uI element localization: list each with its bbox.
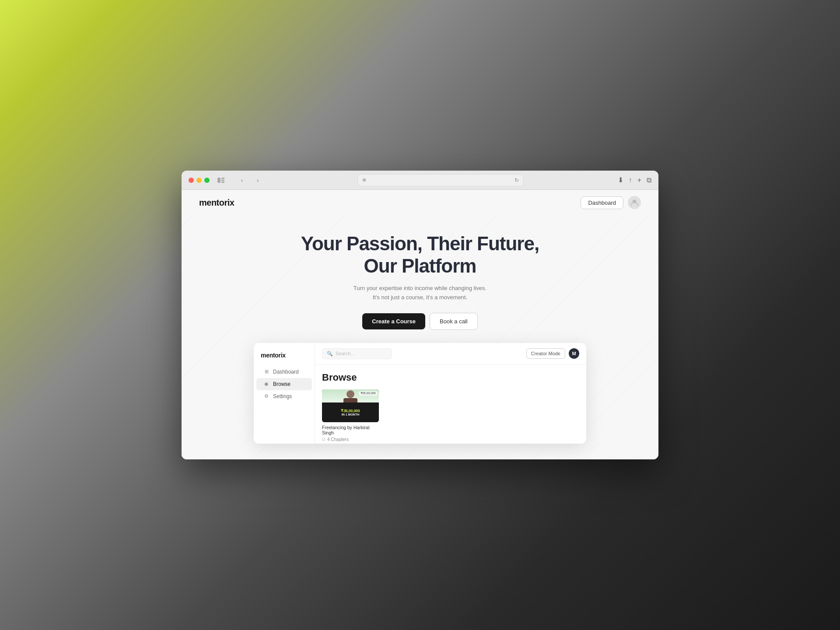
- sidebar-toggle[interactable]: [215, 174, 227, 186]
- avatar[interactable]: [628, 196, 641, 209]
- app-topbar-right: Creator Mode M: [526, 348, 579, 359]
- svg-rect-2: [221, 179, 224, 181]
- search-placeholder: Search...: [336, 351, 355, 356]
- cta-buttons: Create a Course Book a call: [190, 313, 650, 330]
- sidebar-item-dashboard[interactable]: ⊞ Dashboard: [256, 366, 312, 378]
- back-button[interactable]: ‹: [236, 174, 248, 186]
- browser-window: ‹ › ⊕ ↻ ⬇ ↑ + ⧉ mentorix Dashboard: [182, 171, 658, 459]
- share-icon[interactable]: ↑: [629, 176, 632, 184]
- forward-button[interactable]: ›: [252, 174, 264, 186]
- course-name: Freelancing by Harkirat Singh: [322, 425, 379, 435]
- course-period: IN 1 MONTH: [342, 413, 359, 416]
- sidebar-item-label: Settings: [273, 393, 292, 399]
- app-topbar: 🔍 Search... Creator Mode M: [315, 343, 586, 365]
- nav-right: Dashboard: [581, 196, 641, 209]
- grid-icon: ⊞: [263, 369, 270, 375]
- refresh-button[interactable]: ↻: [514, 177, 519, 183]
- book-call-button[interactable]: Book a call: [430, 313, 478, 330]
- sidebar-item-label: Browse: [273, 381, 290, 387]
- sidebar-item-browse[interactable]: ◉ Browse: [256, 378, 312, 390]
- hero-title: Your Passion, Their Future, Our Platform: [190, 233, 650, 277]
- browse-title: Browse: [322, 372, 579, 383]
- hero-subtitle: Turn your expertise into income while ch…: [350, 284, 490, 302]
- gear-icon: ⚙: [263, 393, 270, 399]
- chapters-icon: ⊡: [322, 437, 326, 441]
- search-bar[interactable]: 🔍 Search...: [322, 348, 392, 359]
- download-icon[interactable]: ⬇: [618, 176, 623, 184]
- svg-rect-0: [217, 178, 220, 183]
- sidebar-nav: ⊞ Dashboard ◉ Browse ⚙ Settings: [254, 366, 315, 402]
- thumb-top: ₹35,00,000: [322, 389, 379, 402]
- minimize-button[interactable]: [196, 178, 202, 183]
- course-meta: ⊡ 4 Chapters: [322, 437, 379, 442]
- security-icon: ⊕: [362, 177, 366, 183]
- new-tab-icon[interactable]: +: [637, 176, 641, 184]
- compass-icon: ◉: [263, 381, 270, 387]
- maximize-button[interactable]: [204, 178, 210, 183]
- svg-rect-3: [221, 182, 224, 183]
- create-course-button[interactable]: Create a Course: [362, 313, 425, 329]
- app-preview: mentorix ⊞ Dashboard ◉ Browse ⚙ Settings: [254, 343, 586, 444]
- app-main: 🔍 Search... Creator Mode M Browse: [315, 343, 586, 444]
- course-cards: ₹35,00,000 ₹35,00,000 IN 1 MONTH Freelan…: [322, 389, 579, 444]
- sidebar-item-label: Dashboard: [273, 369, 299, 375]
- course-card[interactable]: ₹35,00,000 ₹35,00,000 IN 1 MONTH Freelan…: [322, 389, 379, 444]
- svg-rect-1: [221, 178, 224, 179]
- address-bar[interactable]: ⊕ ↻: [357, 174, 524, 186]
- app-body: Browse: [315, 365, 586, 444]
- hero-section: Your Passion, Their Future, Our Platform…: [182, 215, 658, 343]
- creator-mode-button[interactable]: Creator Mode: [526, 348, 565, 359]
- course-thumbnail: ₹35,00,000 ₹35,00,000 IN 1 MONTH: [322, 389, 379, 422]
- navbar: mentorix Dashboard: [182, 190, 658, 215]
- sidebar-item-settings[interactable]: ⚙ Settings: [256, 390, 312, 402]
- dashboard-button[interactable]: Dashboard: [581, 196, 623, 209]
- chapters-count: 4 Chapters: [327, 437, 349, 442]
- browser-chrome: ‹ › ⊕ ↻ ⬇ ↑ + ⧉: [182, 171, 658, 190]
- browser-controls: ‹ ›: [236, 174, 264, 186]
- user-avatar[interactable]: M: [569, 348, 579, 359]
- thumb-overlay: ₹35,00,000 IN 1 MONTH: [322, 402, 379, 422]
- search-icon: 🔍: [327, 351, 333, 357]
- app-sidebar: mentorix ⊞ Dashboard ◉ Browse ⚙ Settings: [254, 343, 315, 444]
- page-content: mentorix Dashboard Your Passion, Their F…: [182, 190, 658, 459]
- browser-actions: ⬇ ↑ + ⧉: [618, 176, 651, 184]
- address-bar-container: ⊕ ↻: [269, 174, 612, 186]
- traffic-lights: [189, 178, 210, 183]
- brand-logo: mentorix: [199, 198, 234, 208]
- app-logo: mentorix: [254, 350, 315, 366]
- tabs-icon[interactable]: ⧉: [647, 176, 651, 184]
- close-button[interactable]: [189, 178, 194, 183]
- course-amount: ₹35,00,000: [341, 409, 360, 413]
